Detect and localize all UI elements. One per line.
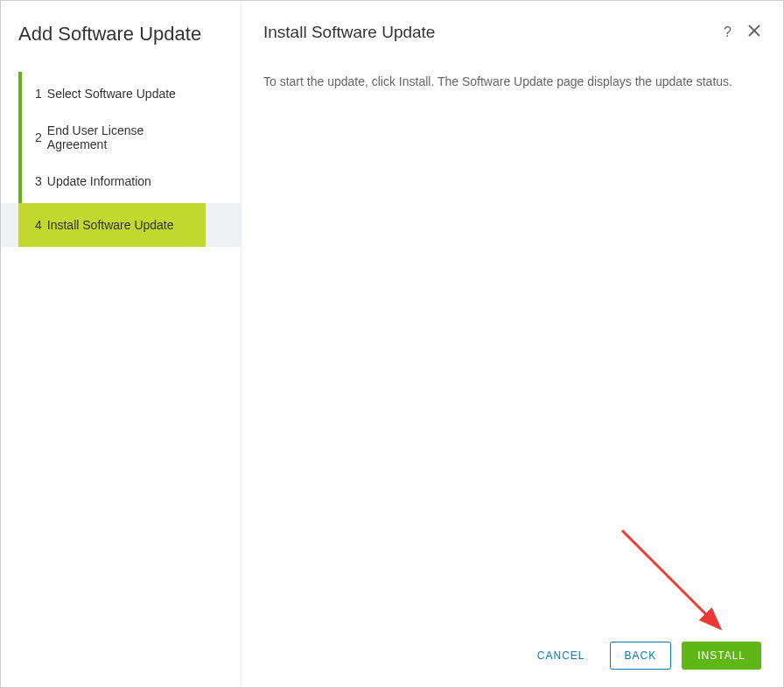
footer-actions: CANCEL BACK INSTALL (263, 628, 761, 670)
step-number: 3 (35, 174, 42, 188)
step-label-wrapper: 3 Update Information (22, 159, 206, 203)
step-label: End User License Agreement (47, 123, 206, 151)
cancel-button[interactable]: CANCEL (523, 642, 599, 670)
back-button[interactable]: BACK (610, 642, 672, 670)
step-number: 1 (35, 87, 42, 101)
step-number: 2 (35, 130, 42, 144)
install-button[interactable]: INSTALL (682, 642, 761, 670)
step-select-software-update[interactable]: 1 Select Software Update (1, 72, 241, 116)
close-icon[interactable] (747, 24, 761, 42)
content-title: Install Software Update (263, 23, 435, 42)
step-label: Install Software Update (47, 218, 174, 232)
step-eula[interactable]: 2 End User License Agreement (1, 116, 241, 159)
step-label: Select Software Update (47, 87, 176, 101)
step-label-wrapper: 2 End User License Agreement (22, 116, 206, 159)
wizard-steps: 1 Select Software Update 2 End User Lice… (1, 72, 241, 247)
step-update-information[interactable]: 3 Update Information (1, 159, 241, 203)
wizard-dialog: Add Software Update 1 Select Software Up… (0, 0, 784, 688)
content-header: Install Software Update ? (263, 23, 761, 42)
step-number: 4 (35, 218, 42, 232)
description-text: To start the update, click Install. The … (263, 73, 753, 91)
help-icon[interactable]: ? (724, 25, 732, 40)
step-label-wrapper: 4 Install Software Update (22, 203, 206, 247)
step-label-wrapper: 1 Select Software Update (22, 72, 206, 116)
wizard-main: Install Software Update ? To start the u… (242, 1, 783, 687)
step-label: Update Information (47, 174, 151, 188)
step-install-software-update[interactable]: 4 Install Software Update (1, 203, 241, 247)
sidebar-title: Add Software Update (1, 18, 241, 72)
wizard-sidebar: Add Software Update 1 Select Software Up… (1, 1, 242, 687)
header-actions: ? (724, 24, 761, 42)
content-body: To start the update, click Install. The … (263, 73, 761, 628)
